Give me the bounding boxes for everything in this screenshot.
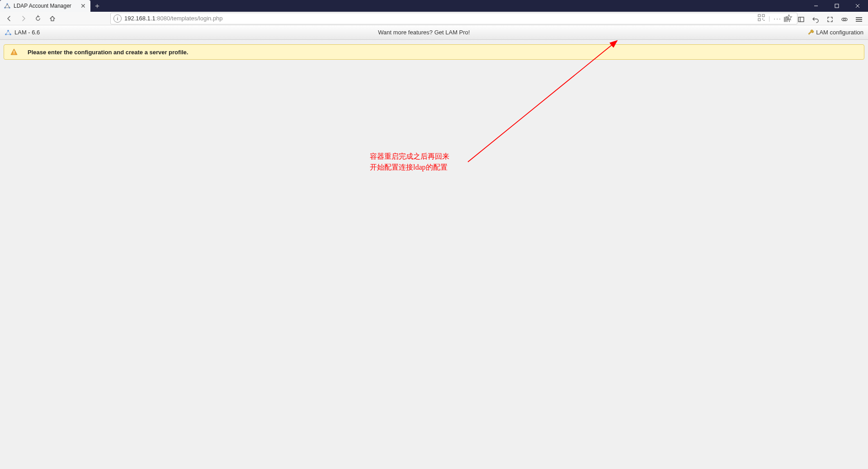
url-path: :8080/templates/login.php: [156, 15, 223, 22]
window-minimize-button[interactable]: [806, 0, 826, 12]
app-promo-link[interactable]: Want more features? Get LAM Pro!: [40, 29, 808, 36]
browser-toolbar: i 192.168.1.1:8080/templates/login.php |…: [0, 12, 868, 25]
svg-rect-19: [14, 51, 14, 53]
lam-logo-icon: [5, 29, 12, 36]
extension-icon[interactable]: [838, 14, 851, 25]
svg-rect-4: [835, 4, 839, 8]
toolbar-right: [780, 13, 865, 26]
url-text[interactable]: 192.168.1.1:8080/templates/login.php: [124, 15, 755, 22]
app-promo-text: Want more features? Get LAM Pro!: [378, 29, 470, 36]
wrench-icon: [808, 29, 814, 36]
tab-favicon-icon: [4, 2, 11, 9]
app-header-left: LAM - 6.6: [5, 29, 40, 36]
qr-icon[interactable]: [758, 14, 765, 23]
app-version-label: LAM - 6.6: [14, 29, 40, 36]
plus-icon: ＋: [94, 1, 101, 11]
hamburger-icon: [856, 16, 862, 23]
lam-configuration-label: LAM configuration: [816, 29, 863, 36]
url-host: 192.168.1.1: [124, 15, 156, 22]
address-bar[interactable]: i 192.168.1.1:8080/templates/login.php |…: [110, 13, 797, 24]
browser-tab-active[interactable]: LDAP Account Manager ✕: [0, 0, 90, 12]
nav-back-button[interactable]: [3, 13, 15, 24]
svg-rect-11: [764, 20, 764, 21]
tab-close-icon[interactable]: ✕: [80, 2, 87, 9]
sidebar-toggle-icon[interactable]: [795, 14, 807, 25]
window-titlebar: LDAP Account Manager ✕ ＋: [0, 0, 868, 12]
nav-home-button[interactable]: [46, 13, 59, 24]
warning-text: Please enter the configuration and creat…: [28, 49, 188, 56]
library-icon[interactable]: [780, 14, 793, 25]
warning-triangle-icon: [10, 48, 18, 56]
svg-rect-10: [762, 19, 763, 19]
annotation-line2: 开始配置连接ldap的配置: [370, 163, 448, 171]
window-maximize-button[interactable]: [826, 0, 847, 12]
app-header: LAM - 6.6 Want more features? Get LAM Pr…: [0, 25, 868, 40]
window-controls: [806, 0, 868, 12]
nav-reload-button[interactable]: [32, 13, 44, 24]
annotation-overlay: 容器重启完成之后再回来 开始配置连接ldap的配置: [0, 25, 868, 469]
tab-strip: LDAP Account Manager ✕ ＋: [0, 0, 104, 12]
tab-title: LDAP Account Manager: [14, 3, 77, 9]
svg-rect-20: [14, 53, 14, 54]
warning-alert: Please enter the configuration and creat…: [4, 44, 864, 60]
titlebar-spacer: [104, 0, 806, 12]
screenshot-icon[interactable]: [824, 14, 836, 25]
annotation-line1: 容器重启完成之后再回来: [370, 152, 449, 160]
annotation-text: 容器重启完成之后再回来 开始配置连接ldap的配置: [370, 151, 449, 173]
svg-rect-9: [758, 19, 760, 21]
window-close-button[interactable]: [847, 0, 868, 12]
page-content: LAM - 6.6 Want more features? Get LAM Pr…: [0, 25, 868, 469]
new-tab-button[interactable]: ＋: [90, 0, 104, 12]
nav-forward-button[interactable]: [17, 13, 30, 24]
undo-icon[interactable]: [809, 14, 822, 25]
svg-rect-8: [762, 14, 764, 17]
lam-configuration-link[interactable]: LAM configuration: [808, 29, 863, 36]
svg-rect-7: [758, 14, 760, 17]
app-menu-button[interactable]: [853, 14, 865, 25]
site-info-icon[interactable]: i: [113, 14, 122, 23]
svg-rect-12: [798, 17, 804, 22]
